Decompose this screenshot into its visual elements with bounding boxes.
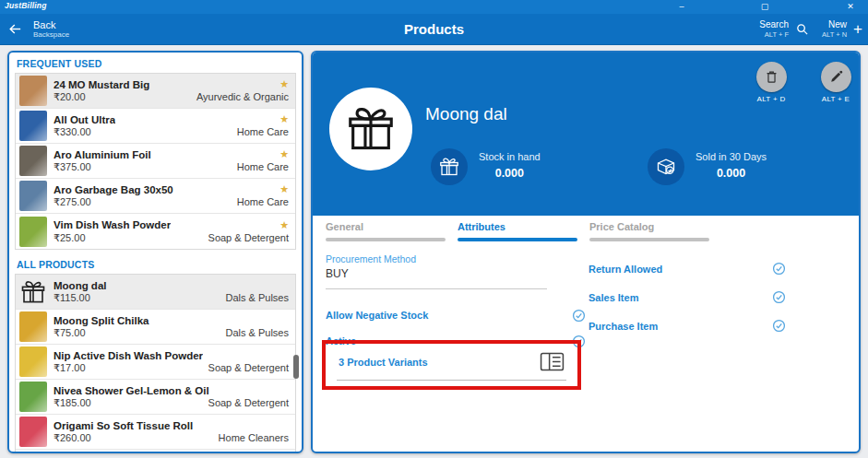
- product-category: Home Care: [237, 126, 289, 138]
- product-list-item[interactable]: 24 MO Mustard Big ★ ₹20.00 Ayurvedic & O…: [16, 74, 295, 109]
- product-name: Origami So Soft Tissue Roll: [54, 420, 193, 431]
- product-thumbnail: [19, 217, 47, 247]
- product-list-item[interactable]: All Out Ultra ★ ₹330.00 Home Care: [16, 109, 295, 144]
- stat-label: Stock in hand: [479, 151, 541, 162]
- check-circle-icon: [772, 319, 786, 333]
- product-category: Soap & Detergent: [208, 362, 289, 374]
- product-category: Dals & Pulses: [226, 292, 289, 304]
- product-list-item[interactable]: Moong dal ★ ₹115.00 Dals & Pulses: [16, 275, 295, 310]
- product-thumbnail: [19, 146, 47, 176]
- section-header: FREQUENT USED: [9, 53, 302, 73]
- gift-icon: [344, 102, 398, 156]
- product-list-item[interactable]: Vim Dish Wash Powder ★ ₹25.00 Soap & Det…: [16, 214, 295, 249]
- product-price: ₹185.00: [54, 397, 91, 409]
- section-header: ALL PRODUCTS: [9, 250, 302, 274]
- edit-button[interactable]: ALT + E: [809, 62, 861, 103]
- tab-label: General: [326, 221, 446, 232]
- tab-general[interactable]: General: [326, 221, 446, 241]
- product-name: Vim Dish Wash Powder: [54, 219, 171, 230]
- toggle-label: Sales Item: [589, 292, 638, 303]
- search-label: Search: [759, 19, 789, 30]
- tab-underline: [458, 238, 577, 241]
- back-label: Back: [33, 19, 69, 31]
- favorite-star-icon[interactable]: ★: [279, 148, 289, 160]
- toggle-sales-item[interactable]: Sales Item: [589, 283, 786, 311]
- product-thumbnail: [19, 382, 47, 412]
- tab-underline: [326, 238, 446, 241]
- list-scrollbar[interactable]: [293, 355, 299, 379]
- toggle-purchase-item[interactable]: Purchase Item: [589, 311, 786, 340]
- package-icon: [655, 156, 677, 178]
- product-list-item[interactable]: Aro Aluminium Foil ★ ₹375.00 Home Care: [16, 144, 295, 179]
- tab-attributes[interactable]: Attributes: [458, 221, 577, 241]
- favorite-star-icon[interactable]: ★: [279, 219, 289, 231]
- back-button[interactable]: Back Backspace: [7, 14, 69, 44]
- toggle-return-allowed[interactable]: Return Allowed: [589, 254, 786, 283]
- new-button[interactable]: New ALT + N +: [822, 14, 862, 44]
- procurement-method-field[interactable]: Procurement Method BUY: [326, 253, 586, 289]
- product-detail-title: Moong dal: [425, 104, 507, 124]
- search-shortcut: ALT + F: [759, 30, 789, 39]
- tab-price-catalog[interactable]: Price Catalog: [589, 221, 709, 241]
- product-price: ₹20.00: [54, 91, 86, 103]
- product-thumbnail: [19, 452, 47, 454]
- product-thumbnail: [19, 311, 47, 342]
- toggle-label: Allow Negative Stock: [326, 310, 428, 321]
- product-detail-panel: Moong dal Stock in hand 0.000 Sold in 30…: [311, 51, 861, 453]
- product-name: Nip Active Dish Wash Powder: [54, 350, 203, 361]
- stat-value: 0.000: [479, 167, 541, 180]
- highlight-annotation-red-box: 3 Product Variants: [322, 340, 581, 390]
- favorite-star-icon[interactable]: ★: [279, 113, 289, 125]
- product-list-item[interactable]: Nip Active Dish Wash Powder ★ ₹17.00 Soa…: [16, 345, 295, 380]
- nav-bar: Back Backspace Products Search ALT + F N…: [0, 14, 868, 45]
- stat-block: Stock in hand 0.000: [431, 148, 541, 185]
- back-arrow-icon: [7, 21, 23, 37]
- delete-button[interactable]: ALT + D: [744, 62, 798, 103]
- product-name: Moong Split Chilka: [54, 315, 149, 326]
- search-icon: [795, 22, 809, 36]
- stat-label: Sold in 30 Days: [696, 151, 767, 162]
- product-list-item[interactable]: Aro Garbage Bag 30x50 ★ ₹275.00 Home Car…: [16, 179, 295, 214]
- product-detail-header: Moong dal Stock in hand 0.000 Sold in 30…: [313, 53, 859, 216]
- edit-shortcut: ALT + E: [809, 95, 861, 103]
- product-category: Home Care: [237, 196, 289, 208]
- product-list: FREQUENT USED 24 MO Mustard Big ★ ₹20.00…: [9, 53, 302, 453]
- product-price: ₹375.00: [54, 161, 91, 173]
- product-list-item[interactable]: Nivea Shower Gel-Lemon & Oil ★ ₹185.00 S…: [16, 380, 295, 415]
- plus-icon: +: [853, 22, 862, 36]
- product-variants-row[interactable]: 3 Product Variants: [337, 352, 566, 381]
- product-category: Home Cleaners: [219, 432, 289, 444]
- product-list-item[interactable]: Moong Split Chilka ★ ₹75.00 Dals & Pulse…: [16, 310, 295, 345]
- toggle-label: Purchase Item: [589, 321, 658, 332]
- product-category: Soap & Detergent: [208, 232, 289, 244]
- delete-shortcut: ALT + D: [744, 95, 798, 103]
- product-price: ₹115.00: [54, 292, 90, 304]
- product-price: ₹25.00: [54, 232, 86, 244]
- product-name: 24 MO Mustard Big: [54, 79, 149, 90]
- product-price: ₹75.00: [54, 327, 86, 339]
- toggle-allow-negative-stock[interactable]: Allow Negative Stock: [326, 302, 586, 328]
- favorite-star-icon[interactable]: ★: [279, 78, 289, 90]
- product-variants-label: 3 Product Variants: [339, 357, 428, 368]
- product-list-item[interactable]: ★: [16, 450, 295, 453]
- product-name: Aro Aluminium Foil: [54, 149, 151, 160]
- product-list-item[interactable]: Origami So Soft Tissue Roll ★ ₹260.00 Ho…: [16, 415, 295, 450]
- tab-label: Attributes: [458, 221, 577, 232]
- app-logo: JustBilling: [5, 1, 47, 10]
- window-titlebar: JustBilling – ▢ ✕: [0, 0, 868, 14]
- variants-list-icon[interactable]: [540, 352, 565, 371]
- stat-value: 0.000: [696, 167, 767, 180]
- procurement-method-value: BUY: [326, 267, 547, 289]
- product-price: ₹330.00: [54, 126, 91, 138]
- toggle-label: Return Allowed: [589, 264, 662, 275]
- maximize-button[interactable]: ▢: [749, 0, 780, 14]
- favorite-star-icon[interactable]: ★: [279, 183, 289, 195]
- close-button[interactable]: ✕: [835, 0, 866, 14]
- page-title: Products: [0, 14, 868, 44]
- trash-icon: [764, 69, 779, 85]
- search-button[interactable]: Search ALT + F: [759, 14, 809, 44]
- procurement-method-label: Procurement Method: [326, 253, 586, 264]
- minimize-button[interactable]: –: [666, 0, 697, 14]
- check-circle-icon: [572, 309, 586, 323]
- product-price: ₹260.00: [54, 432, 91, 444]
